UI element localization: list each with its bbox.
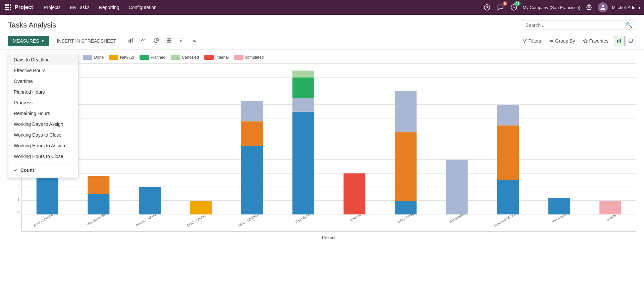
pie-chart-icon[interactable] [151,35,162,47]
x-label: Research & Development [493,214,524,228]
line-chart-icon[interactable] [138,35,149,47]
svg-rect-49 [292,78,314,98]
svg-rect-1 [7,4,9,6]
chart-plot-area: AGR - S00064 - Sales OrderAfter-Sales Se… [21,64,636,232]
check-icon: ✓ [14,167,18,173]
svg-rect-54 [395,91,417,132]
page-header: Tasks Analysis 🔍 [0,15,644,33]
settings-icon[interactable] [584,3,594,12]
x-label-container: Internal [338,216,371,219]
measures-button[interactable]: MEASURES ▼ [8,36,49,46]
x-label: Office Design [391,214,422,228]
legend-planned: Planned [140,55,165,60]
x-label-container: events [594,216,627,219]
svg-rect-32 [619,39,619,42]
svg-rect-31 [617,40,618,42]
bar-chart-icon[interactable] [125,35,137,47]
x-label-container: After-Sales Services [82,216,115,219]
nav-configuration[interactable]: Configuration [125,3,161,12]
x-axis-title: Project [21,235,636,240]
dropdown-item-working-days-assign[interactable]: Working Days to Assign [8,119,78,130]
sort-asc-icon[interactable] [189,35,200,47]
dropdown-item-overtime[interactable]: Overtime [8,76,78,87]
page-title: Tasks Analysis [8,21,56,30]
legend-color-planned [140,55,149,60]
chart-view-button[interactable] [614,36,625,46]
svg-rect-15 [130,39,131,43]
svg-rect-55 [446,160,468,214]
svg-rect-3 [5,7,7,8]
svg-rect-59 [548,198,570,214]
legend-color-completed [234,55,244,60]
dropdown-item-remaining-hours[interactable]: Remaining Hours [8,108,78,119]
svg-rect-20 [169,41,171,42]
dropdown-item-progress[interactable]: Progress [8,97,78,108]
x-label: DPC - S00065 - Sales Order [237,214,268,228]
x-label: Field Service [289,214,320,228]
svg-rect-43 [190,201,212,214]
nav-right-area: 5 41 My Company (San Francisco) Mitchell… [482,2,640,12]
support-icon[interactable] [482,3,492,12]
svg-rect-33 [620,39,621,43]
svg-rect-18 [169,38,171,40]
x-label: After-Sales Services [84,214,115,228]
svg-rect-16 [132,38,133,42]
dropdown-item-working-hours-assign[interactable]: Working Hours to Assign [8,140,78,151]
svg-rect-45 [241,121,263,146]
nav-menu: Projects My Tasks Reporting Configuratio… [40,3,480,12]
group-by-button[interactable]: Group By [546,36,578,46]
svg-rect-53 [395,132,417,201]
insert-spreadsheet-button[interactable]: INSERT IN SPREADSHEET [52,36,121,46]
sort-desc-icon[interactable] [176,35,187,47]
nav-my-tasks[interactable]: My Tasks [66,3,94,12]
x-label-container: Field Service [286,216,320,219]
svg-point-12 [588,7,590,8]
x-label: events [596,214,627,228]
favorites-button[interactable]: Favorites [580,36,611,46]
svg-rect-17 [167,38,169,40]
dropdown-item-count[interactable]: ✓ Count [8,165,78,176]
legend-color-new2 [109,55,118,60]
filters-button[interactable]: Filters [520,36,544,46]
search-bar[interactable]: 🔍 [522,20,636,30]
x-label-container: DECO - S00066 - Sales Order [133,216,166,219]
activity-icon[interactable]: 41 [509,3,519,12]
x-axis-labels: AGR - S00064 - Sales OrderAfter-Sales Se… [22,214,636,231]
dropdown-item-days-to-deadline[interactable]: Days to Deadline [8,54,78,65]
legend-new2: New (2) [109,55,134,60]
x-label-container: VIP Support [542,216,576,219]
svg-marker-30 [584,39,588,43]
measures-dropdown: Days to Deadline Effective Hours Overtim… [8,52,78,178]
chart-legend: New In Progress Done New (2) Planned Can… [8,55,636,60]
x-label: AGR - S00064 - Sales Order [33,214,64,228]
dropdown-item-working-days-close[interactable]: Working Days to Close [8,130,78,140]
table-view-button[interactable] [625,36,636,46]
dropdown-item-planned-hours[interactable]: Planned Hours [8,87,78,97]
svg-rect-52 [395,201,417,214]
x-label: VIP Support [545,214,576,228]
svg-rect-56 [497,180,519,214]
chat-icon[interactable]: 5 [496,3,505,12]
dropdown-item-effective-hours[interactable]: Effective Hours [8,65,78,76]
nav-projects[interactable]: Projects [40,3,65,12]
svg-rect-34 [629,39,633,42]
search-input[interactable] [526,22,626,28]
toolbar-right: Filters Group By Favorites [520,36,636,46]
x-label: Internal [340,214,371,228]
dropdown-item-working-hours-close[interactable]: Working Hours to Close [8,151,78,162]
app-grid-icon[interactable] [4,3,12,11]
x-label: DECO - S00066 - Sales Order [135,214,166,228]
svg-rect-19 [167,41,169,42]
pivot-icon[interactable] [163,35,175,47]
svg-rect-50 [292,70,314,77]
chat-badge: 5 [503,1,507,6]
legend-color-done [83,55,92,60]
avatar[interactable] [598,2,608,12]
measures-dropdown-arrow: ▼ [41,39,45,43]
nav-reporting[interactable]: Reporting [95,3,123,12]
legend-completed: completed [234,55,264,60]
company-name: My Company (San Francisco) [523,5,580,10]
svg-rect-40 [88,194,109,214]
x-label-container: DOC - S00062 - Renovation Arch... [184,216,218,219]
search-icon[interactable]: 🔍 [626,22,632,28]
